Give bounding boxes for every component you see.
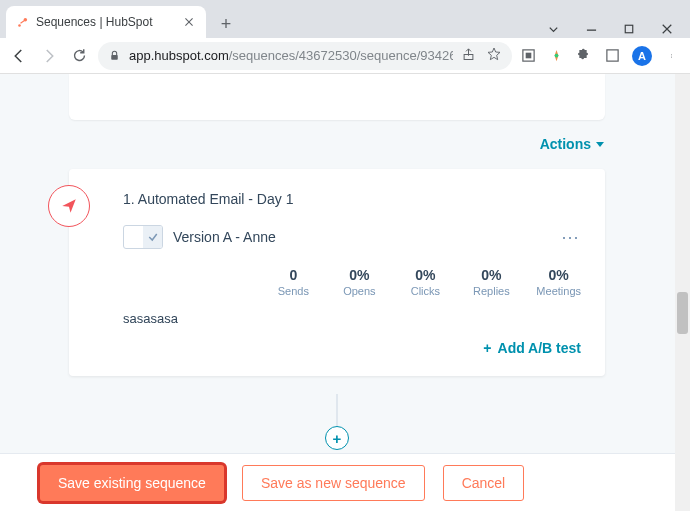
back-icon[interactable] <box>8 45 30 67</box>
browser-menu-icon[interactable] <box>664 48 682 64</box>
browser-tab-strip: Sequences | HubSpot + <box>0 0 690 38</box>
reload-icon[interactable] <box>68 45 90 67</box>
extension-icon-2[interactable] <box>548 48 564 64</box>
window-maximize-icon[interactable] <box>620 20 638 38</box>
caret-down-icon <box>596 142 604 147</box>
step-title: 1. Automated Email - Day 1 <box>123 191 581 207</box>
window-minimize-icon[interactable] <box>582 20 600 38</box>
stat-meetings: 0%Meetings <box>536 267 581 297</box>
forward-icon[interactable] <box>38 45 60 67</box>
browser-toolbar: app.hubspot.com/sequences/43672530/seque… <box>0 38 690 74</box>
svg-point-1 <box>18 24 21 27</box>
hubspot-favicon-icon <box>16 15 30 29</box>
previous-step-card <box>69 74 605 120</box>
extensions-puzzle-icon[interactable] <box>576 48 592 64</box>
save-new-button[interactable]: Save as new sequence <box>242 465 425 501</box>
browser-tab[interactable]: Sequences | HubSpot <box>6 6 206 38</box>
add-ab-test-button[interactable]: + Add A/B test <box>93 340 581 356</box>
add-step-button[interactable]: + <box>325 426 349 450</box>
cancel-button[interactable]: Cancel <box>443 465 525 501</box>
app-viewport: Actions 1. Automated Email - Day 1 Versi… <box>0 74 690 511</box>
svg-point-12 <box>671 55 672 56</box>
svg-rect-5 <box>111 55 118 60</box>
chevron-down-icon[interactable] <box>544 20 562 38</box>
stat-replies: 0%Replies <box>470 267 512 297</box>
plus-icon: + <box>483 340 491 356</box>
extension-icon-3[interactable] <box>604 48 620 64</box>
profile-avatar[interactable]: A <box>632 46 652 66</box>
svg-point-9 <box>554 54 558 58</box>
star-icon[interactable] <box>486 46 502 65</box>
send-icon <box>48 185 90 227</box>
svg-rect-10 <box>606 50 617 61</box>
new-tab-button[interactable]: + <box>212 10 240 38</box>
add-ab-label: Add A/B test <box>498 340 581 356</box>
version-row: Version A - Anne ⋯ <box>123 225 581 249</box>
email-body-preview: sasasasa <box>123 311 581 326</box>
version-toggle[interactable] <box>123 225 163 249</box>
svg-rect-4 <box>625 25 633 33</box>
svg-rect-3 <box>586 29 595 30</box>
save-existing-button[interactable]: Save existing sequence <box>40 465 224 501</box>
check-icon <box>147 231 159 243</box>
scrollbar-thumb[interactable] <box>677 292 688 334</box>
share-icon[interactable] <box>461 47 476 65</box>
step-connector <box>337 394 338 426</box>
actions-label: Actions <box>540 136 591 152</box>
tab-close-icon[interactable] <box>182 15 196 29</box>
browser-tab-title: Sequences | HubSpot <box>36 15 176 29</box>
sequence-step-card: 1. Automated Email - Day 1 Version A - A… <box>69 169 605 376</box>
lock-icon <box>108 49 121 62</box>
scrollbar-track[interactable] <box>675 74 690 511</box>
svg-rect-8 <box>525 53 531 59</box>
stat-clicks: 0%Clicks <box>404 267 446 297</box>
extension-icon-1[interactable] <box>520 48 536 64</box>
stat-opens: 0%Opens <box>338 267 380 297</box>
stats-row: 0Sends 0%Opens 0%Clicks 0%Replies 0%Meet… <box>93 267 581 297</box>
window-close-icon[interactable] <box>658 20 676 38</box>
more-menu-icon[interactable]: ⋯ <box>561 226 581 248</box>
stat-sends: 0Sends <box>272 267 314 297</box>
url-text: app.hubspot.com/sequences/43672530/seque… <box>129 48 453 63</box>
actions-dropdown[interactable]: Actions <box>540 136 604 152</box>
svg-point-13 <box>671 57 672 58</box>
footer-bar: Save existing sequence Save as new seque… <box>0 453 675 511</box>
svg-rect-2 <box>20 20 25 24</box>
svg-point-11 <box>671 54 672 55</box>
url-bar[interactable]: app.hubspot.com/sequences/43672530/seque… <box>98 42 512 70</box>
version-label: Version A - Anne <box>173 229 276 245</box>
